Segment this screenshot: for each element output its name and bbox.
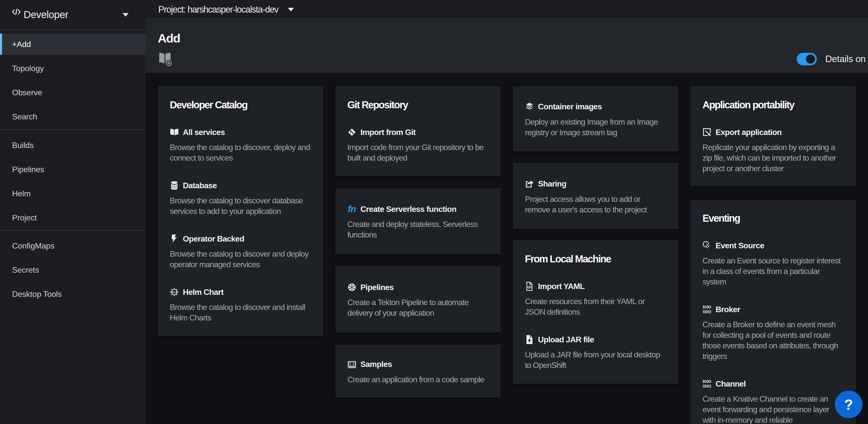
item-title-row: fn Create Serverless function: [347, 202, 489, 216]
serverless-fn-icon: fn: [347, 204, 356, 215]
item-description: Upload a JAR file from your local deskto…: [525, 349, 666, 370]
item-title: Helm Chart: [183, 287, 223, 297]
item-description: Deploy an existing Image from an Image r…: [525, 117, 666, 138]
item-title: All services: [183, 128, 225, 137]
share-square-icon: [525, 180, 534, 188]
toggle-knob: [806, 55, 815, 64]
card-serverless-function[interactable]: fn Create Serverless function Create and…: [335, 188, 501, 254]
item-title-row: Database: [170, 179, 311, 192]
item-pipelines[interactable]: Pipelines Create a Tekton Pipeline to au…: [347, 281, 489, 318]
sidebar-item-desktop-tools[interactable]: Desktop Tools: [0, 283, 146, 305]
card-samples[interactable]: Samples Create an application from a cod…: [335, 345, 501, 398]
item-database[interactable]: Database Browse the catalog to discover …: [170, 179, 311, 217]
item-title-row: Sharing: [525, 177, 666, 191]
sidebar-item-secrets[interactable]: Secrets: [0, 259, 146, 281]
card-pipelines[interactable]: Pipelines Create a Tekton Pipeline to au…: [335, 266, 501, 333]
sidebar-item-topology[interactable]: Topology: [0, 58, 146, 79]
item-description: Project access allows you to add or remo…: [525, 194, 666, 215]
sidebar-item-pipelines[interactable]: Pipelines: [0, 159, 146, 180]
project-selector[interactable]: Project: harshcasper-localsta-dev: [158, 0, 278, 19]
page-title: Add: [158, 32, 180, 45]
sidebar: Developer +Add Topology Observe Search B…: [0, 0, 146, 424]
item-import-yaml[interactable]: Import YAML Create resources from their …: [525, 280, 666, 317]
fn-glyph: fn: [348, 204, 356, 215]
item-title: Import YAML: [538, 282, 585, 291]
help-button[interactable]: ?: [835, 391, 863, 418]
item-event-source[interactable]: Event Source Create an Event source to r…: [703, 239, 844, 287]
item-title-row: Upload JAR file: [525, 333, 666, 346]
project-bar: Project: harshcasper-localsta-dev: [146, 0, 868, 19]
file-code-icon: [525, 282, 534, 291]
card-heading: Developer Catalog: [170, 98, 311, 111]
item-title-row: Pipelines: [347, 281, 489, 294]
card-heading: Application portability: [703, 98, 844, 111]
svg-text:HELM: HELM: [171, 291, 177, 293]
item-title-row: Broker: [703, 303, 844, 316]
book-plus-icon[interactable]: [158, 52, 172, 66]
item-export-application[interactable]: Export application Replicate your applic…: [703, 125, 844, 174]
sidebar-item-helm[interactable]: Helm: [0, 183, 146, 204]
item-title: Upload JAR file: [538, 335, 594, 344]
item-upload-jar-file[interactable]: Upload JAR file Upload a JAR file from y…: [525, 333, 666, 370]
item-samples[interactable]: Samples Create an application from a cod…: [347, 358, 489, 385]
export-icon: [703, 128, 712, 137]
card-eventing: Eventing Event Source Create an Ev: [690, 200, 856, 424]
sidebar-item-search[interactable]: Search: [0, 106, 146, 127]
details-toggle[interactable]: [797, 53, 817, 65]
project-selector-label: Project: harshcasper-localsta-dev: [158, 4, 278, 15]
item-channel[interactable]: Channel Create a Knative Channel to crea…: [703, 377, 844, 424]
item-description: Replicate your application by exporting …: [703, 142, 844, 174]
item-container-images[interactable]: Container images Deploy an existing Imag…: [525, 100, 666, 138]
channel-icon: [703, 379, 712, 388]
nav-divider: [0, 230, 146, 231]
perspective-switcher[interactable]: Developer: [0, 0, 146, 30]
item-helm-chart[interactable]: HELM Helm Chart Browse the catalog to di…: [170, 285, 311, 323]
git-icon: [347, 128, 356, 137]
sidebar-item-project[interactable]: Project: [0, 207, 146, 228]
item-title-row: Export application: [703, 125, 844, 139]
item-sharing[interactable]: Sharing Project access allows you to add…: [525, 177, 666, 215]
item-title: Pipelines: [361, 283, 394, 292]
details-toggle-label: Details on: [825, 53, 866, 65]
code-icon: [12, 8, 21, 16]
item-title: Sharing: [538, 179, 566, 189]
item-description: Create resources from their YAML or JSON…: [525, 296, 666, 317]
card-git-repository: Git Repository Import from Git Import co…: [335, 86, 501, 176]
layers-icon: [525, 103, 534, 111]
item-import-from-git[interactable]: Import from Git Import code from your Gi…: [347, 125, 489, 163]
item-title: Container images: [538, 102, 602, 111]
sidebar-item-builds[interactable]: Builds: [0, 135, 146, 156]
item-broker[interactable]: Broker Create a Broker to define an even…: [703, 303, 844, 361]
database-icon: [170, 181, 179, 190]
item-title: Channel: [716, 379, 746, 389]
item-description: Browse the catalog to discover database …: [170, 195, 311, 217]
sidebar-item-configmaps[interactable]: ConfigMaps: [0, 235, 146, 256]
nav-group-resources: Builds Pipelines Helm Project: [0, 135, 146, 231]
card-heading: Git Repository: [347, 98, 489, 111]
nav-divider: [0, 129, 146, 130]
event-source-icon: [703, 241, 712, 250]
item-description: Create an Event source to register inter…: [703, 255, 844, 287]
card-container-images[interactable]: Container images Deploy an existing Imag…: [513, 86, 678, 151]
item-description: Create a Tekton Pipeline to automate del…: [347, 297, 489, 318]
item-title-row: Container images: [525, 100, 666, 114]
item-title: Import from Git: [361, 128, 415, 137]
card-heading: Eventing: [703, 211, 844, 225]
sidebar-item-observe[interactable]: Observe: [0, 82, 146, 103]
page-header: Add Details on: [146, 20, 868, 73]
item-operator-backed[interactable]: Operator Backed Browse the catalog to di…: [170, 232, 311, 270]
helm-icon: HELM: [170, 287, 179, 296]
help-label: ?: [844, 396, 853, 413]
item-title: Database: [183, 181, 217, 190]
item-title-row: Import YAML: [525, 280, 666, 293]
item-title: Event Source: [716, 241, 764, 250]
item-description: Create a Broker to define an event mesh …: [703, 319, 844, 361]
card-developer-catalog: Developer Catalog All services Browse th…: [158, 86, 323, 336]
item-title-row: Event Source: [703, 239, 844, 252]
card-sharing[interactable]: Sharing Project access allows you to add…: [513, 163, 678, 229]
book-open-icon: [170, 129, 179, 136]
card-application-portability: Application portability Export applicati…: [690, 86, 856, 186]
item-all-services[interactable]: All services Browse the catalog to disco…: [170, 125, 311, 163]
item-create-serverless-function[interactable]: fn Create Serverless function Create and…: [347, 202, 489, 240]
sidebar-item-add[interactable]: +Add: [0, 34, 146, 55]
